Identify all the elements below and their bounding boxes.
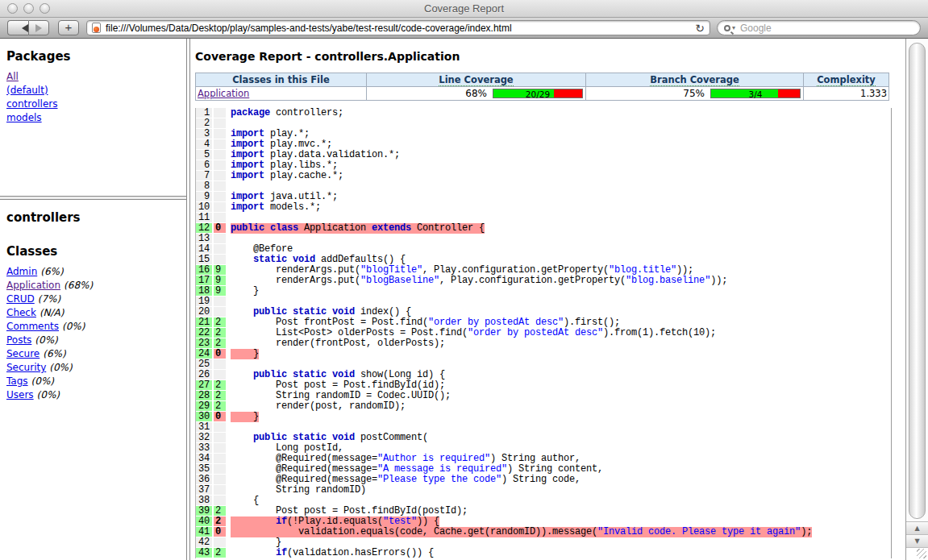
scroll-up-button[interactable]: ▲ <box>906 521 928 534</box>
class-coverage-percent: (0%) <box>37 389 60 400</box>
source-line: 5import play.data.validation.*; <box>196 150 891 160</box>
source-line: 19 <box>196 297 891 307</box>
source-line: 272 Post post = Post.findById(id); <box>196 380 891 391</box>
window-titlebar[interactable]: Coverage Report <box>0 0 928 18</box>
source-text: Post post = Post.findById(postId); <box>227 506 891 516</box>
source-text: } <box>227 349 891 359</box>
source-text: import models.*; <box>227 202 891 213</box>
left-sidebar: Packages All(default)controllersmodels c… <box>0 39 187 560</box>
source-line: 432 if(validation.hasErrors()) { <box>196 548 891 558</box>
resize-grip-icon[interactable] <box>906 547 928 560</box>
source-text: import play.*; <box>227 129 891 139</box>
source-text: if(validation.hasErrors()) { <box>227 548 891 558</box>
class-list: Admin(6%)Application(68%)CRUD(7%)Check(N… <box>6 267 186 400</box>
source-line: 31 <box>196 422 891 433</box>
source-line: 3import play.*; <box>196 129 891 139</box>
package-link-default[interactable]: (default) <box>6 85 48 96</box>
header-branch-coverage: Branch Coverage <box>586 73 804 87</box>
package-link-models[interactable]: models <box>6 112 42 123</box>
hit-count <box>214 464 226 475</box>
source-line: 6import play.libs.*; <box>196 160 891 171</box>
hit-count <box>214 108 226 118</box>
class-link-application[interactable]: Application <box>6 280 60 291</box>
class-row: Comments(0%) <box>6 321 186 332</box>
class-coverage-percent: (0%) <box>35 334 57 346</box>
source-text <box>227 234 891 244</box>
class-link-users[interactable]: Users <box>6 389 34 400</box>
scrollbar-thumb[interactable] <box>909 43 926 519</box>
source-line: 32 public static void postComment( <box>196 433 891 443</box>
class-coverage-percent: (0%) <box>62 321 85 332</box>
chevron-down-icon: ▾ <box>732 24 735 31</box>
hit-count <box>214 234 226 244</box>
class-link-crud[interactable]: CRUD <box>6 293 35 305</box>
branch-coverage-bar: 3/4 <box>710 89 801 98</box>
class-link-application[interactable]: Application <box>198 88 249 99</box>
class-link-security[interactable]: Security <box>6 362 46 373</box>
source-text: public static void show(Long id) { <box>227 370 891 380</box>
url-text[interactable]: file:///Volumes/Data/Desktop/play/sample… <box>106 23 690 34</box>
class-link-check[interactable]: Check <box>6 307 36 318</box>
source-line: 7import play.cache.*; <box>196 171 891 181</box>
source-line: 36 @Required(message="Please type the co… <box>196 475 891 485</box>
source-text <box>227 297 891 307</box>
package-list: All(default)controllersmodels <box>6 72 186 123</box>
source-line: 20 public static void index() { <box>196 307 891 317</box>
source-text: Long postId, <box>227 443 891 454</box>
uncovered-highlight: if(!Play.id.equals("test")) { <box>231 516 439 527</box>
package-link-all[interactable]: All <box>6 71 19 82</box>
hit-count <box>214 118 226 129</box>
source-text: import play.mvc.*; <box>227 139 891 150</box>
scroll-down-button[interactable]: ▼ <box>906 534 928 547</box>
source-line: 10import models.*; <box>196 202 891 213</box>
back-button[interactable] <box>7 20 28 35</box>
coverage-summary-table: Classes in this File Line Coverage Branc… <box>195 73 889 101</box>
line-number: 43 <box>196 548 212 558</box>
url-field[interactable]: file:///Volumes/Data/Desktop/play/sample… <box>86 20 710 35</box>
source-text: Post frontPost = Post.find("order by pos… <box>227 317 891 328</box>
line-coverage-percent: 68% <box>465 88 487 99</box>
source-text: List<Post> olderPosts = Post.find("order… <box>227 328 891 338</box>
complexity-value: 1.333 <box>804 87 889 101</box>
branch-coverage-percent: 75% <box>683 88 705 99</box>
hit-count <box>214 244 226 255</box>
uncovered-highlight: } <box>231 412 259 422</box>
package-link-controllers[interactable]: controllers <box>6 98 58 110</box>
classes-pane: controllers Classes Admin(6%)Application… <box>0 200 186 560</box>
forward-button[interactable] <box>28 20 49 35</box>
source-text: } <box>227 286 891 297</box>
class-row: Check(N/A) <box>6 308 186 318</box>
source-text: String randomID = Codec.UUID(); <box>227 391 891 401</box>
class-link-comments[interactable]: Comments <box>6 321 59 332</box>
browser-window: Coverage Report + file:///Volumes/Data/D… <box>0 0 928 560</box>
class-link-admin[interactable]: Admin <box>6 266 37 277</box>
vertical-scrollbar[interactable]: ▲ ▼ <box>905 39 928 560</box>
hit-count <box>214 129 226 139</box>
source-text: renderArgs.put("blogTitle", Play.configu… <box>227 265 891 276</box>
class-link-posts[interactable]: Posts <box>6 334 31 346</box>
reload-icon[interactable]: ↻ <box>695 22 705 35</box>
source-line: 25 <box>196 359 891 370</box>
class-link-tags[interactable]: Tags <box>6 375 28 387</box>
source-line: 26 public static void show(Long id) { <box>196 370 891 380</box>
report-frame: Coverage Report - controllers.Applicatio… <box>190 39 905 560</box>
source-text: renderArgs.put("blogBaseline", Play.conf… <box>227 276 891 286</box>
hit-count <box>214 150 226 160</box>
packages-pane: Packages All(default)controllersmodels <box>0 39 186 197</box>
source-line: 9import java.util.*; <box>196 192 891 202</box>
source-text: } <box>227 537 891 548</box>
line-coverage-ratio: 20/29 <box>493 89 582 99</box>
add-bookmark-button[interactable]: + <box>58 20 79 35</box>
class-coverage-percent: (N/A) <box>40 307 65 318</box>
search-placeholder: Google <box>740 23 772 34</box>
search-field[interactable]: ▾ Google <box>717 20 921 35</box>
source-text: @Required(message="Author is required") … <box>227 454 891 464</box>
class-coverage-percent: (6%) <box>43 348 65 359</box>
source-line: 2 <box>196 118 891 129</box>
source-line: 169 renderArgs.put("blogTitle", Play.con… <box>196 265 891 276</box>
hit-count <box>214 422 226 433</box>
uncovered-highlight: } <box>231 349 259 359</box>
hit-count <box>214 454 226 464</box>
hit-count <box>214 160 226 171</box>
class-link-secure[interactable]: Secure <box>6 348 40 359</box>
